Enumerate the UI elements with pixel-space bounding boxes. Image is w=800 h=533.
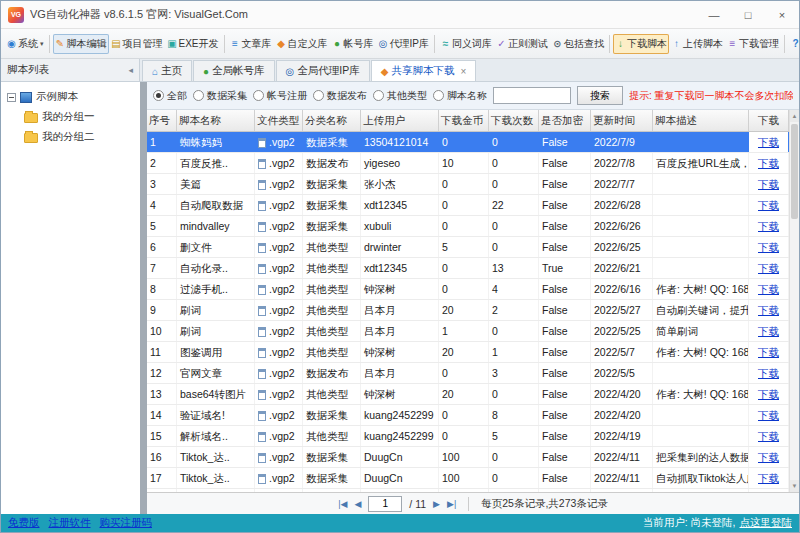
toolbar-item-include-search[interactable]: ⊙包括查找 bbox=[550, 34, 606, 54]
next-page-button[interactable]: ▶ bbox=[433, 499, 440, 509]
page-number-input[interactable] bbox=[368, 496, 402, 512]
register-software-link[interactable]: 注册软件 bbox=[49, 516, 91, 530]
scrollbar-thumb[interactable] bbox=[791, 124, 798, 219]
download-link[interactable]: 下载 bbox=[758, 346, 779, 358]
download-link[interactable]: 下载 bbox=[758, 199, 779, 211]
table-row[interactable]: 3 美篇 .vgp2 数据采集 张小杰 0 0 False 2022/7/7 下… bbox=[147, 174, 789, 195]
scrollbar-track[interactable] bbox=[790, 122, 799, 480]
toolbar-item-regex-test[interactable]: ✓正则测试 bbox=[494, 34, 550, 54]
radio-script-name[interactable]: 脚本名称 bbox=[433, 89, 487, 103]
col-header-encrypted[interactable]: 是否加密 bbox=[539, 110, 591, 131]
tab-global-proxy-ip-lib[interactable]: ◎全局代理IP库 bbox=[276, 60, 370, 81]
col-header-coins[interactable]: 下载金币 bbox=[439, 110, 489, 131]
maximize-button[interactable]: □ bbox=[731, 1, 765, 28]
tab-global-account-lib[interactable]: ●全局帐号库 bbox=[193, 60, 275, 81]
table-row[interactable]: 13 base64转图片 .vgp2 其他类型 钟深树 20 0 False 2… bbox=[147, 384, 789, 405]
table-row[interactable]: 16 Tiktok_达.. .vgp2 数据采集 DuugCn 100 0 Fa… bbox=[147, 447, 789, 468]
cell-downloads: 0 bbox=[489, 468, 539, 488]
scroll-down-icon[interactable]: ▼ bbox=[790, 480, 799, 492]
prev-page-button[interactable]: ◀ bbox=[354, 499, 361, 509]
col-header-file-type[interactable]: 文件类型 bbox=[255, 110, 303, 131]
table-row[interactable]: 4 自动爬取数据 .vgp2 数据采集 xdt12345 0 22 False … bbox=[147, 195, 789, 216]
scroll-up-icon[interactable]: ▲ bbox=[790, 110, 799, 122]
toolbar-item-account-lib[interactable]: ●帐号库 bbox=[330, 34, 376, 54]
download-link[interactable]: 下载 bbox=[758, 283, 779, 295]
col-header-index[interactable]: 序号 bbox=[147, 110, 177, 131]
download-link[interactable]: 下载 bbox=[758, 430, 779, 442]
table-row[interactable]: 12 官网文章 .vgp2 数据发布 吕本月 0 3 False 2022/5/… bbox=[147, 363, 789, 384]
download-link[interactable]: 下载 bbox=[758, 388, 779, 400]
col-header-download[interactable]: 下载 bbox=[749, 110, 789, 131]
download-link[interactable]: 下载 bbox=[758, 262, 779, 274]
download-link[interactable]: 下载 bbox=[758, 451, 779, 463]
minimize-button[interactable]: — bbox=[697, 1, 731, 28]
download-link[interactable]: 下载 bbox=[758, 241, 779, 253]
cell-user: kuang2452299 bbox=[361, 426, 439, 446]
buy-license-link[interactable]: 购买注册码 bbox=[100, 516, 153, 530]
table-row[interactable]: 5 mindvalley .vgp2 数据采集 xubuli 0 0 False… bbox=[147, 216, 789, 237]
search-button[interactable]: 搜索 bbox=[577, 86, 623, 105]
toolbar-item-article-lib[interactable]: ≡文章库 bbox=[228, 34, 274, 54]
col-header-downloads[interactable]: 下载次数 bbox=[489, 110, 539, 131]
table-row[interactable]: 14 验证域名! .vgp2 数据采集 kuang2452299 0 8 Fal… bbox=[147, 405, 789, 426]
download-link[interactable]: 下载 bbox=[758, 472, 779, 484]
table-row[interactable]: 7 自动化录.. .vgp2 其他类型 xdt12345 0 13 True 2… bbox=[147, 258, 789, 279]
expander-icon[interactable] bbox=[7, 93, 16, 102]
col-header-desc[interactable]: 脚本描述 bbox=[653, 110, 749, 131]
download-link[interactable]: 下载 bbox=[758, 220, 779, 232]
table-row[interactable]: 10 刷词 .vgp2 其他类型 吕本月 1 0 False 2022/5/25… bbox=[147, 321, 789, 342]
collapse-icon[interactable]: ◂ bbox=[128, 65, 133, 75]
tree-item-my-group-1[interactable]: 我的分组一 bbox=[4, 107, 137, 127]
cell-user: 钟深树 bbox=[361, 279, 439, 299]
toolbar-item-system[interactable]: ◉系统▾ bbox=[4, 34, 46, 54]
toolbar-item-exe-dev[interactable]: ▣EXE开发 bbox=[165, 34, 221, 54]
radio-other-type[interactable]: 其他类型 bbox=[373, 89, 427, 103]
download-link[interactable]: 下载 bbox=[758, 325, 779, 337]
radio-all[interactable]: 全部 bbox=[153, 89, 187, 103]
toolbar-item-synonym-lib[interactable]: ≈同义词库 bbox=[438, 34, 494, 54]
table-row[interactable]: 6 删文件 .vgp2 其他类型 drwinter 5 0 False 2022… bbox=[147, 237, 789, 258]
last-page-button[interactable]: ▶| bbox=[447, 499, 456, 509]
col-header-updated[interactable]: 更新时间 bbox=[591, 110, 653, 131]
script-name-input[interactable] bbox=[493, 87, 571, 104]
toolbar-item-script-edit[interactable]: ✎脚本编辑 bbox=[53, 34, 109, 54]
radio-account-register[interactable]: 帐号注册 bbox=[253, 89, 307, 103]
login-link[interactable]: 点这里登陆 bbox=[740, 516, 793, 528]
download-link[interactable]: 下载 bbox=[758, 178, 779, 190]
tree-item-my-group-2[interactable]: 我的分组二 bbox=[4, 127, 137, 147]
table-row[interactable]: 8 过滤手机.. .vgp2 其他类型 钟深树 0 4 False 2022/6… bbox=[147, 279, 789, 300]
download-link[interactable]: 下载 bbox=[758, 136, 779, 148]
col-header-name[interactable]: 脚本名称 bbox=[177, 110, 255, 131]
toolbar-item-download-mgmt[interactable]: ≡下载管理 bbox=[725, 34, 781, 54]
tab-shared-script-download[interactable]: ◆共享脚本下载× bbox=[371, 60, 477, 81]
radio-data-collect[interactable]: 数据采集 bbox=[193, 89, 247, 103]
toolbar-item-download-script[interactable]: ↓下载脚本 bbox=[613, 34, 669, 54]
tree-item-example-scripts[interactable]: 示例脚本 bbox=[4, 87, 137, 107]
free-version-link[interactable]: 免费版 bbox=[8, 516, 40, 530]
sidebar-splitter[interactable] bbox=[140, 82, 147, 514]
toolbar-item-project-mgmt[interactable]: ▤项目管理 bbox=[109, 34, 165, 54]
radio-data-publish[interactable]: 数据发布 bbox=[313, 89, 367, 103]
first-page-button[interactable]: |◀ bbox=[338, 499, 347, 509]
table-row[interactable]: 1 蜘蛛妈妈 .vgp2 数据采集 13504121014 0 0 False … bbox=[147, 132, 789, 153]
download-link[interactable]: 下载 bbox=[758, 367, 779, 379]
table-row[interactable]: 2 百度反推.. .vgp2 数据发布 yigeseo 10 0 False 2… bbox=[147, 153, 789, 174]
tab-home[interactable]: ⌂主页 bbox=[142, 60, 192, 81]
close-icon[interactable]: × bbox=[460, 66, 466, 77]
close-button[interactable]: × bbox=[765, 1, 799, 28]
table-row[interactable]: 9 刷词 .vgp2 其他类型 吕本月 20 2 False 2022/5/27… bbox=[147, 300, 789, 321]
download-link[interactable]: 下载 bbox=[758, 157, 779, 169]
download-link[interactable]: 下载 bbox=[758, 409, 779, 421]
toolbar-item-custom-lib[interactable]: ◆自定义库 bbox=[274, 34, 330, 54]
cell-coins: 5 bbox=[439, 237, 489, 257]
table-scrollbar[interactable]: ▲ ▼ bbox=[789, 110, 799, 492]
toolbar-item-help[interactable]: ?帮助▾ bbox=[788, 34, 799, 54]
col-header-category[interactable]: 分类名称 bbox=[303, 110, 361, 131]
download-link[interactable]: 下载 bbox=[758, 304, 779, 316]
table-row[interactable]: 17 Tiktok_达.. .vgp2 数据采集 DuugCn 100 0 Fa… bbox=[147, 468, 789, 489]
toolbar-item-proxy-ip-lib[interactable]: ◎代理IP库 bbox=[376, 34, 431, 54]
col-header-user[interactable]: 上传用户 bbox=[361, 110, 439, 131]
table-row[interactable]: 11 图鉴调用 .vgp2 其他类型 钟深树 20 1 False 2022/5… bbox=[147, 342, 789, 363]
toolbar-item-upload-script[interactable]: ↑上传脚本 bbox=[669, 34, 725, 54]
table-row[interactable]: 15 解析域名.. .vgp2 其他类型 kuang2452299 0 5 Fa… bbox=[147, 426, 789, 447]
